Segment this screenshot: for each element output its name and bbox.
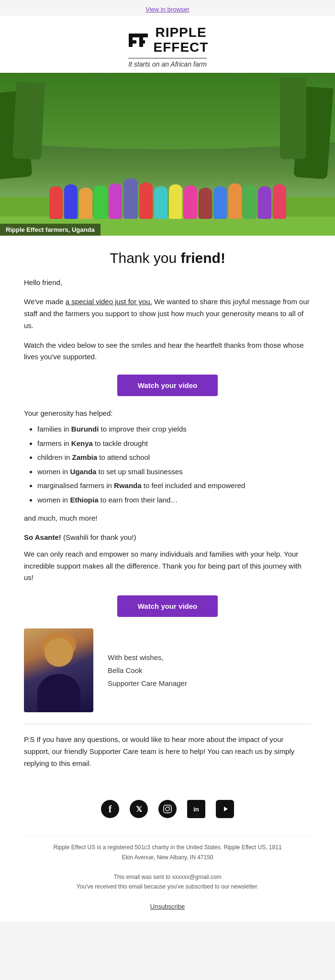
hero-caption: Ripple Effect farmers, Uganda [0, 224, 100, 236]
ps-section: P.S If you have any questions, or would … [24, 734, 311, 769]
bullet-prefix: farmers in [37, 439, 71, 447]
svg-rect-6 [164, 805, 171, 813]
title-bold-part: friend! [181, 250, 225, 266]
bullet-suffix: to feel included and empowered [142, 481, 246, 490]
list-item: marginalised farmers in Rwanda to feel i… [37, 479, 311, 492]
facebook-icon[interactable]: f [101, 800, 119, 818]
svg-rect-2 [129, 40, 136, 44]
bullet-prefix: women in [37, 496, 70, 504]
logo-icon [127, 29, 150, 52]
svg-point-7 [166, 807, 169, 811]
bullet-bold: Burundi [71, 425, 99, 433]
and-more: and much, much more! [24, 513, 311, 524]
bullet-prefix: families in [37, 425, 71, 433]
bullet-suffix: to set up small businesses [96, 467, 182, 476]
signature-area: With best wishes, Bella Cook Supporter C… [24, 628, 311, 712]
bullet-prefix: marginalised farmers in [37, 481, 114, 490]
bullet-bold: Zambia [72, 453, 98, 461]
email-header: RIPPLE EFFECT It starts on an African fa… [0, 16, 335, 73]
list-item: children in Zambia to attend school [37, 451, 311, 464]
svg-rect-5 [139, 40, 145, 44]
footer-divider [24, 836, 311, 837]
special-video-link[interactable]: a special video just for you. [66, 297, 152, 306]
greeting: Hello friend, [24, 277, 311, 289]
para3: We can only reach and empower so many in… [24, 548, 311, 584]
bullet-bold: Ethiopia [70, 496, 98, 504]
para1-prefix: We've made [24, 297, 66, 306]
list-item: women in Uganda to set up small business… [37, 466, 311, 478]
list-item: families in Burundi to improve their cro… [37, 423, 311, 435]
generosity-intro: Your generosity has helped: [24, 408, 311, 419]
svg-rect-1 [129, 34, 139, 37]
divider [24, 724, 311, 724]
bullet-suffix: to tackle drought [93, 439, 148, 447]
bullet-bold: Kenya [71, 439, 93, 447]
view-in-browser-link[interactable]: View in browser [145, 6, 190, 13]
sig-name: Bella Cook [108, 664, 187, 677]
logo-container: RIPPLE EFFECT [10, 25, 325, 55]
list-item: women in Ethiopia to earn from their lan… [37, 494, 311, 506]
bullet-bold: Rwanda [114, 481, 142, 490]
svg-rect-4 [139, 34, 148, 37]
signature-photo [24, 628, 93, 712]
tagline: It starts on an African farm [128, 58, 207, 68]
bullet-prefix: women in [37, 467, 70, 476]
watch-video-button-2[interactable]: Watch your video [117, 595, 218, 617]
youtube-icon[interactable] [216, 800, 234, 818]
svg-marker-9 [224, 807, 228, 811]
footer-line2: Ekin Avenue, New Albany, IN 47150 [24, 853, 311, 862]
hero-image: Ripple Effect farmers, Uganda [0, 73, 335, 236]
title-normal-part: Thank you [110, 250, 180, 266]
bullet-suffix: to earn from their land… [99, 496, 178, 504]
linkedin-icon[interactable]: in [187, 800, 205, 818]
footer-email-line: This email was sent to xxxxxx@gmail.com [24, 872, 311, 882]
so-asante-suffix: (Swahili for thank you!) [61, 533, 136, 541]
bullet-section: Your generosity has helped: families in … [24, 408, 311, 524]
x-twitter-icon[interactable]: 𝕏 [130, 800, 148, 818]
footer-subscribed-line: You've received this email because you'v… [24, 882, 311, 891]
top-bar: View in browser [0, 0, 335, 16]
watch-video-button-1[interactable]: Watch your video [117, 375, 218, 396]
social-bar: f 𝕏 in [0, 790, 335, 826]
para2: Watch the video below to see the smiles … [24, 340, 311, 364]
social-icons-row: f 𝕏 in [0, 800, 335, 818]
logo-text: RIPPLE EFFECT [154, 25, 209, 55]
bullet-prefix: children in [37, 453, 72, 461]
svg-point-8 [169, 807, 170, 808]
signature-text: With best wishes, Bella Cook Supporter C… [108, 651, 187, 690]
list-item: farmers in Kenya to tackle drought [37, 437, 311, 450]
content-area: Thank you friend! Hello friend, We've ma… [0, 236, 335, 791]
unsubscribe-link[interactable]: Unsubscribe [150, 903, 185, 910]
sig-greeting: With best wishes, [108, 651, 187, 664]
main-title: Thank you friend! [24, 250, 311, 266]
footer-line1: Ripple Effect US is a registered 501c3 c… [24, 843, 311, 852]
bullet-suffix: to attend school [97, 453, 150, 461]
so-asante: So Asante! (Swahili for thank you!) [24, 532, 311, 544]
bullet-bold: Uganda [70, 467, 96, 476]
instagram-icon[interactable] [158, 800, 177, 818]
sig-title: Supporter Care Manager [108, 677, 187, 690]
email-footer: Ripple Effect US is a registered 501c3 c… [0, 826, 335, 921]
para1: We've made a special video just for you.… [24, 296, 311, 331]
bullet-list: families in Burundi to improve their cro… [37, 423, 311, 506]
so-asante-bold: So Asante! [24, 533, 61, 541]
bullet-suffix: to improve their crop yields [99, 425, 186, 433]
